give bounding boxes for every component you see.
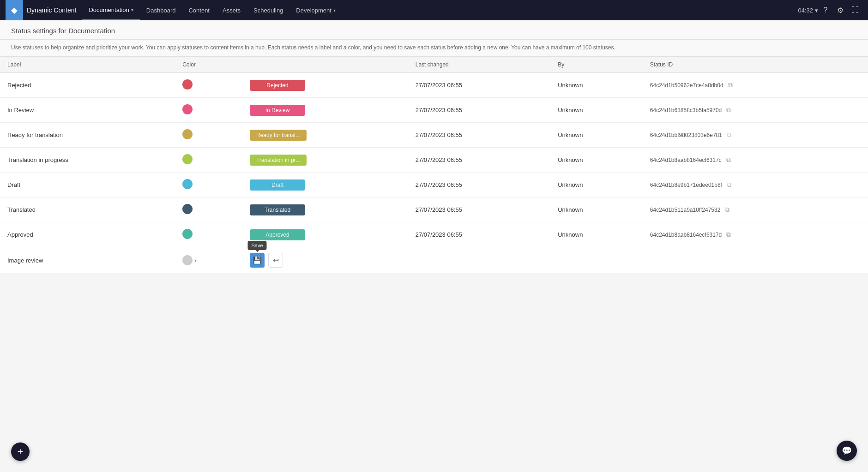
status-badge-3: Translation in pr... (250, 155, 307, 166)
table-row: In Review In Review 27/07/2023 06:55 Unk… (0, 98, 868, 123)
nav-documentation[interactable]: Documentation ▾ (82, 0, 139, 20)
nav-development-arrow: ▾ (333, 8, 336, 13)
status-badge-4: Draft (250, 179, 305, 191)
color-dot-1[interactable] (182, 104, 193, 114)
cell-badge-3: Translation in pr... (242, 148, 408, 173)
cell-image-review-id (643, 247, 868, 274)
copy-icon-2[interactable]: ⧉ (727, 131, 731, 139)
cell-badge-1: In Review (242, 98, 408, 123)
color-dot-2[interactable] (182, 129, 193, 139)
nav-documentation-arrow: ▾ (131, 7, 133, 12)
color-dot-3[interactable] (182, 154, 193, 164)
color-dot-6[interactable] (182, 229, 193, 239)
cell-badge-0: Rejected (242, 73, 408, 98)
nav-content-label: Content (188, 7, 210, 14)
cell-last-changed-0: 27/07/2023 06:55 (408, 73, 550, 98)
cell-by-4: Unknown (550, 173, 643, 197)
table-row: Translated Translated 27/07/2023 06:55 U… (0, 197, 868, 222)
nav-content[interactable]: Content (182, 0, 216, 20)
cell-image-review-color[interactable]: ▾ (175, 247, 242, 274)
cell-label-5: Translated (0, 197, 175, 222)
copy-icon-1[interactable]: ⧉ (726, 106, 731, 114)
table-row: Translation in progress Translation in p… (0, 148, 868, 173)
save-button[interactable]: 💾 (250, 253, 265, 268)
nav-scheduling[interactable]: Scheduling (247, 0, 289, 20)
status-id-value-0: 64c24d1b50962e7ce4a8db0d (650, 82, 723, 89)
cell-status-id-1: 64c24d1b63858c3b5fa5970d ⧉ (643, 98, 868, 123)
cell-by-5: Unknown (550, 197, 643, 222)
cell-color-0 (175, 73, 242, 98)
cell-by-0: Unknown (550, 73, 643, 98)
col-status-id: Status ID (643, 57, 868, 73)
image-review-color-swatch (182, 255, 193, 265)
cell-color-6 (175, 222, 242, 247)
color-dot-5[interactable] (182, 204, 193, 214)
nav-development-label: Development (296, 7, 332, 14)
cell-by-2: Unknown (550, 123, 643, 148)
cell-status-id-5: 64c24d1b511a9a10ff247532 ⧉ (643, 197, 868, 222)
cell-label-6: Approved (0, 222, 175, 247)
app-logo[interactable]: ◆ (6, 0, 23, 20)
help-icon[interactable]: ? (818, 3, 833, 18)
cell-last-changed-3: 27/07/2023 06:55 (408, 148, 550, 173)
cell-label-0: Rejected (0, 73, 175, 98)
cell-image-review-label: Image review (0, 247, 175, 274)
cell-last-changed-2: 27/07/2023 06:55 (408, 123, 550, 148)
nav-scheduling-label: Scheduling (253, 7, 283, 14)
status-id-value-5: 64c24d1b511a9a10ff247532 (650, 207, 721, 213)
cell-last-changed-5: 27/07/2023 06:55 (408, 197, 550, 222)
cell-status-id-2: 64c24d1bbf98023803e6e781 ⧉ (643, 123, 868, 148)
cell-label-3: Translation in progress (0, 148, 175, 173)
status-id-value-4: 64c24d1b8e9b171edee01b8f (650, 182, 722, 188)
status-badge-2: Ready for transl... (250, 130, 307, 141)
cell-color-5 (175, 197, 242, 222)
nav-assets-label: Assets (223, 7, 241, 14)
color-dot-0[interactable] (182, 79, 193, 90)
cell-badge-4: Draft (242, 173, 408, 197)
settings-icon[interactable]: ⚙ (833, 3, 848, 18)
nav-dashboard[interactable]: Dashboard (140, 0, 182, 20)
nav-dashboard-label: Dashboard (146, 7, 176, 14)
col-last-changed: Last changed (408, 57, 550, 73)
nav-development[interactable]: Development ▾ (289, 0, 342, 20)
cell-last-changed-6: 27/07/2023 06:55 (408, 222, 550, 247)
color-dot-4[interactable] (182, 179, 193, 189)
expand-icon[interactable]: ⛶ (848, 3, 862, 18)
status-badge-1: In Review (250, 105, 305, 116)
copy-icon-0[interactable]: ⧉ (728, 81, 733, 89)
cell-by-6: Unknown (550, 222, 643, 247)
cell-status-id-0: 64c24d1b50962e7ce4a8db0d ⧉ (643, 73, 868, 98)
copy-icon-5[interactable]: ⧉ (725, 206, 729, 214)
status-id-value-2: 64c24d1bbf98023803e6e781 (650, 132, 722, 138)
cell-image-review-actions: Save 💾 ↩ (242, 247, 643, 274)
nav-assets[interactable]: Assets (216, 0, 247, 20)
status-id-value-6: 64c24d1b8aab8164ecf6317d (650, 232, 722, 238)
cell-badge-5: Translated (242, 197, 408, 222)
copy-icon-3[interactable]: ⧉ (726, 156, 731, 164)
cell-by-1: Unknown (550, 98, 643, 123)
top-nav: ◆ Dynamic Content Documentation ▾ Dashbo… (0, 0, 868, 20)
image-review-row: Image review ▾ Save 💾 ↩ (0, 247, 868, 274)
logo-icon: ◆ (11, 5, 18, 15)
cell-color-4 (175, 173, 242, 197)
table-header-row: Label Color Last changed By Status ID (0, 57, 868, 73)
reset-button[interactable]: ↩ (268, 253, 283, 268)
time-arrow[interactable]: ▾ (815, 7, 818, 14)
col-color: Color (175, 57, 242, 73)
cell-label-4: Draft (0, 173, 175, 197)
status-table: Label Color Last changed By Status ID Re… (0, 57, 868, 273)
page-header: Status settings for Documentation (0, 20, 868, 40)
copy-icon-6[interactable]: ⧉ (726, 231, 731, 239)
page-description: Use statuses to help organize and priori… (0, 40, 868, 57)
cell-color-3 (175, 148, 242, 173)
cell-status-id-3: 64c24d1b8aab8164ecf6317c ⧉ (643, 148, 868, 173)
page-title: Status settings for Documentation (11, 27, 857, 35)
table-row: Rejected Rejected 27/07/2023 06:55 Unkno… (0, 73, 868, 98)
color-select-arrow-icon[interactable]: ▾ (194, 258, 197, 263)
time-value: 04:32 (798, 7, 813, 14)
nav-documentation-label: Documentation (89, 6, 129, 13)
cell-last-changed-1: 27/07/2023 06:55 (408, 98, 550, 123)
col-badge (242, 57, 408, 73)
copy-icon-4[interactable]: ⧉ (727, 181, 731, 189)
cell-label-1: In Review (0, 98, 175, 123)
